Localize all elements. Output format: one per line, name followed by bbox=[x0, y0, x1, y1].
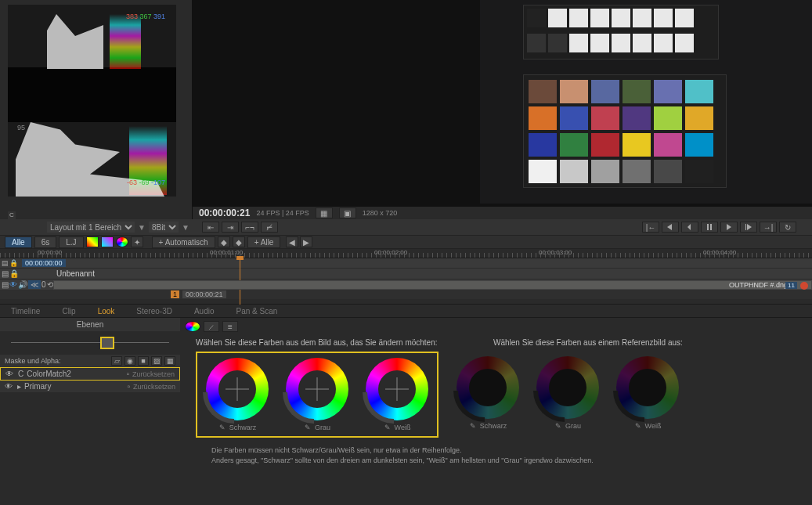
prev-frame-button[interactable] bbox=[662, 222, 679, 233]
checker-patch bbox=[685, 160, 713, 183]
checker-patch bbox=[654, 133, 682, 157]
mask-mode-4-icon[interactable]: ▨ bbox=[151, 356, 162, 366]
layer-item-primary[interactable]: 👁 ▸ Primary ▫ Zurücksetzen bbox=[0, 381, 180, 393]
play-button[interactable] bbox=[720, 222, 738, 233]
goto-end-button[interactable]: →| bbox=[760, 222, 777, 233]
look-panel: ⟋ ≡ Wählen Sie diese Farben aus dem Bild… bbox=[180, 318, 812, 468]
layer-opacity-slider[interactable] bbox=[0, 331, 180, 355]
track-audio-icon[interactable]: 🔊 bbox=[18, 280, 27, 289]
layer-visibility-icon-2[interactable]: 👁 bbox=[5, 382, 14, 391]
filter-next-button[interactable]: ▶ bbox=[300, 236, 312, 247]
timeline-ruler[interactable]: 00:00:00 00:00:01:00 00:00:02:00 00:00:0… bbox=[0, 249, 812, 258]
timeline-clip[interactable]: OUTPHNDF #.dng 11 bbox=[53, 280, 812, 290]
checker-patch bbox=[591, 160, 619, 183]
viewer-resolution: 1280 x 720 bbox=[363, 209, 398, 217]
out-point-button[interactable]: ⇥ bbox=[222, 222, 239, 233]
picker-icon[interactable]: ✎ bbox=[304, 424, 312, 431]
layer-reset-1[interactable]: Zurücksetzen bbox=[132, 370, 175, 378]
layer-item-colormatch[interactable]: 👁 C ColorMatch2 ▫ Zurücksetzen bbox=[0, 367, 180, 381]
tab-stereo[interactable]: Stereo-3D bbox=[125, 305, 183, 317]
mask-mode-1-icon[interactable]: ▱ bbox=[111, 356, 122, 366]
wheels-left-header: Wählen Sie diese Farben aus dem Bild aus… bbox=[196, 338, 446, 347]
viewer-format-icon-1[interactable]: ▦ bbox=[316, 207, 333, 218]
tab-look[interactable]: Look bbox=[87, 305, 126, 317]
filter-diamond-2[interactable]: ◆ bbox=[233, 236, 245, 247]
scope-min-g: -69 bbox=[139, 179, 149, 186]
tab-audio[interactable]: Audio bbox=[183, 305, 226, 317]
layers-panel: Ebenen Maske und Alpha: ▱ ◉ ■ ▨ ▦ 👁 C Co… bbox=[0, 318, 180, 468]
colorchecker-top bbox=[523, 5, 719, 60]
filter-plus-alle-button[interactable]: + Alle bbox=[247, 236, 281, 248]
goto-start-button[interactable]: |← bbox=[642, 222, 659, 233]
filter-prev-button[interactable]: ◀ bbox=[286, 236, 298, 247]
filter-6s-button[interactable]: 6s bbox=[34, 236, 57, 248]
look-mode-wheel-icon[interactable] bbox=[185, 321, 200, 332]
viewer-fps-info: 24 FPS | 24 FPS bbox=[256, 209, 309, 217]
scope-min-b: -107 bbox=[151, 179, 165, 186]
range-clear-button[interactable]: ⌐̸ bbox=[261, 222, 278, 233]
layer-visibility-icon[interactable]: 👁 bbox=[5, 370, 15, 378]
waveform-scope[interactable]: 383 367 391 -63 -69 -107 95 bbox=[8, 5, 176, 197]
look-mode-sliders-icon[interactable]: ≡ bbox=[222, 321, 238, 332]
track-eye-icon[interactable]: 👁 bbox=[9, 280, 17, 289]
scope-c-badge[interactable]: C bbox=[8, 211, 16, 219]
mask-mode-3-icon[interactable]: ■ bbox=[138, 356, 149, 366]
range-button[interactable]: ⌐¬ bbox=[241, 222, 258, 233]
in-point-button[interactable]: ⇤ bbox=[202, 222, 219, 233]
picker-icon[interactable]: ✎ bbox=[469, 422, 477, 430]
tab-pan-scan[interactable]: Pan & Scan bbox=[226, 305, 289, 317]
ref-black-wheel[interactable] bbox=[457, 356, 519, 419]
step-back-button[interactable] bbox=[681, 222, 698, 233]
filter-alle-button[interactable]: Alle bbox=[5, 236, 32, 248]
viewer-format-icon-2[interactable]: ▣ bbox=[339, 207, 356, 218]
next-frame-button[interactable] bbox=[740, 222, 757, 233]
mask-mode-5-icon[interactable]: ▦ bbox=[164, 356, 175, 366]
track-lock2-icon[interactable]: 🔒 bbox=[9, 269, 19, 278]
track-lock-icon[interactable]: 🔒 bbox=[9, 259, 18, 267]
timeline-track-name[interactable]: Unbenannt bbox=[53, 269, 95, 278]
checker-patch bbox=[529, 160, 557, 183]
scope-layout-select[interactable]: Layout mit 1 Bereich bbox=[47, 222, 135, 233]
look-mode-curves-icon[interactable]: ⟋ bbox=[204, 321, 219, 332]
track-link-icon[interactable]: ⟲ bbox=[47, 280, 53, 289]
tab-timeline[interactable]: Timeline bbox=[0, 305, 51, 317]
picker-icon[interactable]: ✎ bbox=[634, 422, 642, 430]
scope-min-r: -63 bbox=[127, 179, 137, 186]
filter-color-icon-1[interactable] bbox=[86, 236, 99, 247]
filter-auto-button[interactable]: + Automatisch bbox=[152, 236, 215, 248]
checker-patch bbox=[591, 80, 619, 103]
track-collapse-icon[interactable]: ▤ bbox=[2, 259, 9, 267]
scope-bitdepth-select[interactable]: 8Bit bbox=[149, 222, 179, 233]
filter-lj-button[interactable]: L.J bbox=[59, 236, 83, 248]
track-view-icon[interactable]: ▤ bbox=[2, 269, 9, 278]
track-toggle-icon[interactable]: ▤ bbox=[2, 280, 9, 289]
source-white-wheel[interactable] bbox=[366, 358, 428, 420]
slider-handle[interactable] bbox=[100, 337, 114, 349]
filter-grade-icon[interactable] bbox=[116, 236, 128, 247]
ref-white-wheel[interactable] bbox=[616, 356, 679, 419]
subclip-timecode: 00:00:00:21 bbox=[182, 290, 226, 298]
picker-icon[interactable]: ✎ bbox=[554, 422, 562, 430]
mask-mode-2-icon[interactable]: ◉ bbox=[125, 356, 135, 366]
tab-clip[interactable]: Clip bbox=[51, 305, 86, 317]
pause-button[interactable] bbox=[701, 222, 718, 233]
ref-gray-wheel[interactable] bbox=[536, 356, 599, 419]
layer-reset-2[interactable]: Zurücksetzen bbox=[133, 383, 175, 391]
filter-color-icon-2[interactable] bbox=[101, 236, 114, 247]
loop-button[interactable]: ↻ bbox=[779, 222, 796, 233]
hint-line-2: Anders gesagt, "Schwarz" sollte von den … bbox=[211, 456, 697, 466]
filter-diamond-1[interactable]: ◆ bbox=[218, 236, 230, 247]
clip-grade-flag[interactable] bbox=[800, 282, 808, 290]
scope-max-r: 383 bbox=[126, 13, 138, 20]
picker-icon[interactable]: ✎ bbox=[384, 424, 392, 431]
scope-max-g: 367 bbox=[139, 13, 151, 20]
track-badge[interactable]: ≪ bbox=[28, 280, 41, 289]
picker-icon[interactable]: ✎ bbox=[218, 424, 226, 431]
source-black-wheel[interactable] bbox=[206, 358, 269, 420]
clip-filename: OUTPHNDF #.dng bbox=[729, 281, 788, 289]
source-gray-wheel[interactable] bbox=[286, 358, 348, 420]
checker-patch bbox=[529, 133, 557, 157]
filter-fx-icon[interactable]: ✦ bbox=[131, 236, 143, 247]
checker-patch bbox=[560, 80, 588, 103]
viewer-image[interactable] bbox=[480, 0, 812, 204]
